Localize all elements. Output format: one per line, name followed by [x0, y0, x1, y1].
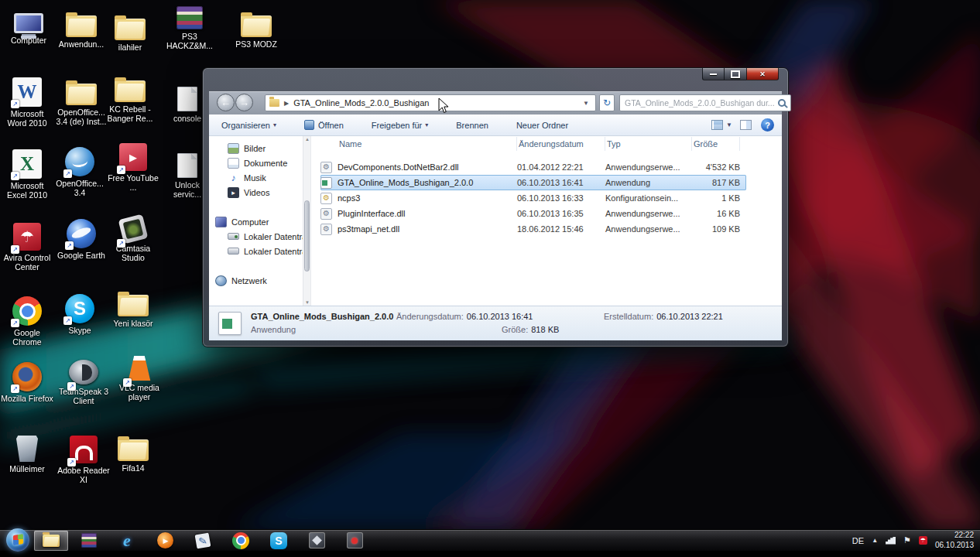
desktop-icon-avira[interactable]: Avira Control Center [1, 223, 53, 272]
shortcut-arrow-icon [63, 169, 72, 178]
file-row-ncps3[interactable]: ncps3 06.10.2013 16:33 Konfigurationsein… [320, 190, 746, 206]
view-dropdown-icon[interactable]: ▼ [726, 121, 732, 128]
back-icon[interactable] [217, 94, 235, 111]
open-icon [304, 120, 314, 130]
desktop-icon-ps3-hackz[interactable]: PS3 HACKZ&M... [163, 6, 216, 51]
desktop-icon-fifa14[interactable]: Fifa14 [107, 433, 159, 473]
desktop-icon-label: Microsoft Excel 2010 [1, 181, 53, 200]
details-file-type: Anwendung [251, 325, 296, 334]
column-aenderungsdatum[interactable]: Änderungsdatum [517, 137, 605, 151]
search-box[interactable] [619, 94, 791, 111]
column-name[interactable]: Name [320, 137, 517, 151]
change-view-icon[interactable] [711, 120, 723, 130]
tb-explorer-icon [43, 535, 60, 547]
network-icon[interactable] [886, 537, 896, 545]
file-date: 06.10.2013 16:35 [517, 209, 605, 218]
sidebar-item-dokumente[interactable]: Dokumente [209, 155, 303, 170]
desktop-icon-skype[interactable]: Skype [53, 294, 106, 335]
sidebar-item-bilder[interactable]: Bilder [209, 141, 303, 155]
sidebar-item-label: Lokaler Datenträg [244, 247, 303, 256]
taskbar-explorer[interactable] [34, 531, 68, 551]
tray-date: 06.10.2013 [935, 541, 974, 551]
desktop-icon-yeni-klasor[interactable]: Yeni klasör [107, 289, 159, 328]
desktop-icon-vlc[interactable]: VLC media player [113, 356, 166, 402]
toolbar-organisieren[interactable]: Organisieren [214, 117, 284, 134]
sidebar-item-netzwerk[interactable]: Netzwerk [209, 273, 303, 288]
file-type: Anwendungserwe... [605, 224, 692, 234]
desktop-icon-chrome[interactable]: Google Chrome [1, 296, 53, 347]
preview-pane-icon[interactable] [740, 120, 752, 130]
desktop-icon-label: VLC media player [113, 383, 166, 402]
language-indicator[interactable]: DE [852, 536, 864, 545]
file-row-ps3tmapi[interactable]: ps3tmapi_net.dll 18.06.2012 15:46 Anwend… [320, 221, 746, 237]
sidebar-item-lokaler-datentraeger-1[interactable]: Lokaler Datenträg [209, 229, 303, 244]
file-date: 06.10.2013 16:33 [517, 193, 605, 203]
taskbar-editor[interactable] [186, 531, 220, 551]
desktop-icon-computer[interactable]: Computer [2, 9, 55, 45]
sidebar-item-videos[interactable]: Videos [209, 185, 303, 200]
minimize-button[interactable] [702, 68, 725, 80]
maximize-button[interactable] [725, 68, 746, 80]
desktop-icon-kc-rebell[interactable]: KC Rebell - Banger Re... [104, 74, 156, 124]
desktop-icon-adobe-reader[interactable]: Adobe Reader XI [57, 436, 110, 485]
folder-icon [241, 15, 272, 37]
desktop-icon-camtasia[interactable]: Camtasia Studio [107, 217, 159, 263]
title-bar[interactable] [203, 68, 788, 91]
sidebar-item-label: Videos [244, 188, 269, 197]
column-typ[interactable]: Typ [605, 137, 692, 151]
desktop-icon-label: OpenOffice... 3.4 (de) Inst... [55, 108, 108, 127]
file-row-gta-online-mods[interactable]: GTA_Online_Mods_Bushigan_2.0.0 06.10.201… [320, 175, 746, 190]
scrollbar-thumb[interactable] [304, 200, 310, 272]
desktop-icon-word[interactable]: Microsoft Word 2010 [1, 77, 53, 128]
desktop-icon-muelleimer[interactable]: Mülleimer [1, 436, 53, 473]
desktop-icon-label: TeamSpeak 3 Client [57, 387, 110, 406]
taskbar-internet-explorer[interactable] [110, 531, 144, 551]
avira-tray-icon[interactable] [919, 536, 927, 545]
toolbar-oeffnen[interactable]: Öffnen [296, 117, 351, 134]
desktop-icon-label: OpenOffice... 3.4 [53, 179, 106, 198]
file-size: 4'532 KB [692, 162, 740, 172]
taskbar-chrome[interactable] [224, 531, 258, 551]
sidebar-item-computer[interactable]: Computer [209, 214, 303, 229]
action-center-flag-icon[interactable]: ⚑ [903, 535, 911, 545]
desktop-icon-ps3-modz[interactable]: PS3 MODZ [230, 9, 283, 49]
hidden-icons-arrow-icon[interactable]: ▲ [872, 537, 878, 544]
desktop-icon-label: Yeni klasör [107, 319, 159, 328]
desktop-icon-label: Google Chrome [1, 328, 53, 347]
toolbar-brennen[interactable]: Brennen [448, 117, 496, 134]
desktop-icon-openoffice-installer[interactable]: OpenOffice... 3.4 (de) Inst... [55, 77, 108, 127]
desktop-icon-anwendungen[interactable]: Anwendun... [55, 9, 108, 49]
taskbar-winrar[interactable] [72, 531, 106, 551]
refresh-icon[interactable]: ↻ [599, 94, 615, 111]
desktop-icon-excel[interactable]: Microsoft Excel 2010 [1, 149, 53, 200]
desktop-icon-firefox[interactable]: Mozilla Firefox [1, 362, 53, 403]
address-dropdown-icon[interactable]: ▼ [581, 100, 591, 107]
taskbar-media-player[interactable] [148, 531, 182, 551]
sidebar-item-musik[interactable]: Musik [209, 170, 303, 185]
desktop-icon-openoffice[interactable]: OpenOffice... 3.4 [53, 147, 106, 198]
forward-icon[interactable] [235, 94, 253, 111]
close-button[interactable] [746, 68, 779, 80]
clock[interactable]: 22:22 06.10.2013 [935, 531, 974, 550]
pic-icon [228, 143, 239, 154]
search-input[interactable] [625, 98, 778, 108]
sidebar-item-lokaler-datentraeger-2[interactable]: Lokaler Datenträg [209, 244, 303, 258]
desktop-icon-google-earth[interactable]: Google Earth [55, 219, 108, 260]
address-bar[interactable]: ▶ GTA_Online_Mods_2.0.0_Bushigan ▼ [265, 94, 596, 111]
toolbar-freigeben[interactable]: Freigeben für [364, 117, 436, 134]
taskbar-camtasia-recorder[interactable] [338, 531, 372, 551]
taskbar-camtasia[interactable] [300, 531, 334, 551]
column-header-label: Typ [607, 139, 621, 149]
pc-icon [215, 217, 227, 227]
help-icon[interactable] [761, 118, 774, 132]
column-groesse[interactable]: Größe [692, 137, 740, 151]
desktop-icon-ilahiler[interactable]: ilahiler [104, 12, 156, 52]
desktop-icon-free-youtube[interactable]: Free YouTube ... [107, 143, 159, 193]
taskbar-skype[interactable] [262, 531, 296, 551]
desktop-icon-teamspeak[interactable]: TeamSpeak 3 Client [57, 360, 110, 406]
file-row-plugininterface[interactable]: PluginInterface.dll 06.10.2013 16:35 Anw… [320, 206, 746, 221]
start-button[interactable] [6, 528, 29, 552]
file-row-devcomponents[interactable]: DevComponents.DotNetBar2.dll 01.04.2012 … [320, 159, 746, 175]
toolbar-neuer-ordner[interactable]: Neuer Ordner [509, 117, 576, 134]
sidebar-scrollbar[interactable]: ▲ ▼ [303, 136, 310, 306]
